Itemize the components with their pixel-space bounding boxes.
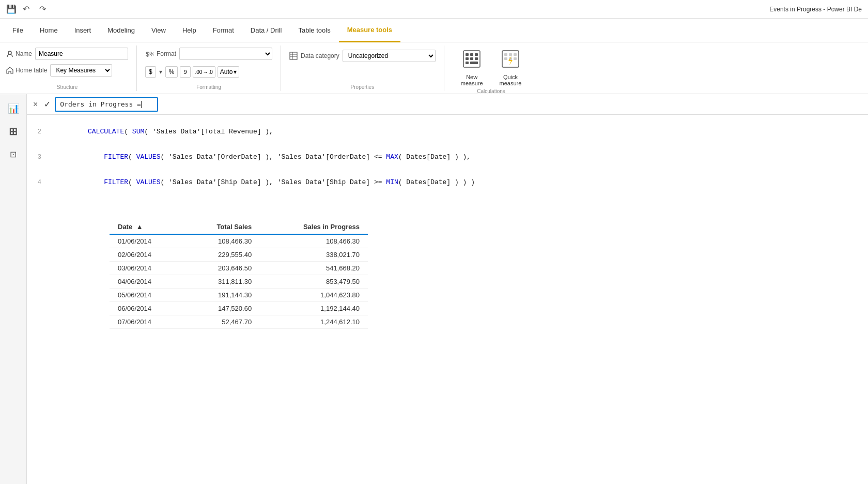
filter1-paren: ( [128, 153, 136, 161]
save-icon[interactable]: 💾 [6, 4, 17, 14]
line-num-2: 2 [27, 128, 48, 135]
ribbon-calculations-group: Newmeasure Quickmeasure [453, 46, 530, 91]
name-input[interactable] [35, 48, 128, 60]
svg-rect-16 [504, 53, 507, 56]
menu-table-tools[interactable]: Table tools [290, 19, 338, 42]
date-cell: 05/06/2014 [110, 289, 184, 302]
sidebar-chart-small[interactable]: ⊡ [3, 144, 24, 164]
total-sales-cell: 203,646.50 [184, 262, 260, 275]
formula-confirm-button[interactable]: ✓ [42, 97, 53, 111]
sum-keyword: SUM [132, 128, 144, 135]
sidebar-table[interactable]: ⊞ [3, 121, 24, 142]
home-icon [6, 67, 13, 74]
new-measure-label: Newmeasure [461, 74, 483, 86]
menu-view[interactable]: View [143, 19, 174, 42]
svg-rect-19 [504, 57, 507, 60]
data-category-row: Data category Uncategorized [289, 50, 436, 62]
sales-in-progress-cell: 853,479.50 [260, 275, 368, 289]
svg-rect-11 [470, 57, 473, 60]
home-table-select[interactable]: Key Measures [50, 64, 112, 77]
formula-input[interactable]: Orders in Progress = [55, 97, 158, 112]
total-sales-header-label: Total Sales [216, 223, 252, 231]
formula-cursor [141, 101, 142, 108]
svg-text:$%: $% [146, 50, 153, 58]
quick-measure-label: Quickmeasure [500, 74, 522, 86]
sales-in-progress-cell: 108,466.30 [260, 234, 368, 248]
code-line-4-text: FILTER( VALUES( 'Sales Data'[Ship Date] … [48, 171, 475, 194]
home-table-row: Home table Key Measures [6, 64, 112, 77]
format-select[interactable] [179, 48, 272, 60]
date-cell: 01/06/2014 [110, 234, 184, 248]
svg-point-0 [8, 51, 11, 54]
data-category-icon [289, 52, 298, 60]
name-icon [6, 50, 13, 57]
code-2-rest2: ( 'Sales Data'[Total Revenue] ), [144, 128, 273, 135]
table-row: 02/06/2014 229,555.40 338,021.70 [110, 248, 368, 262]
formula-cancel-button[interactable]: × [31, 98, 40, 111]
calculate-keyword: CALCULATE [88, 128, 124, 135]
menu-file[interactable]: File [4, 19, 32, 42]
main-area: 📊 ⊞ ⊡ × ✓ Orders in Progress = 2 CALCULA… [0, 94, 868, 484]
total-sales-cell: 108,466.30 [184, 234, 260, 248]
undo-icon[interactable]: ↶ [23, 4, 33, 14]
menu-help[interactable]: Help [174, 19, 205, 42]
menu-measure-tools[interactable]: Measure tools [339, 19, 400, 42]
sales-in-progress-column-header[interactable]: Sales in Progress [260, 220, 368, 234]
new-measure-button[interactable]: Newmeasure [457, 48, 487, 88]
total-sales-column-header[interactable]: Total Sales [184, 220, 260, 234]
date-cell: 03/06/2014 [110, 262, 184, 275]
max-keyword: MAX [386, 153, 398, 161]
title-bar-left: 💾 ↶ ↷ [6, 4, 50, 14]
formatting-content: $% Format $ ▾ % 9 .00→.0 Auto ▾ [145, 46, 272, 84]
sales-in-progress-header-label: Sales in Progress [303, 223, 360, 231]
svg-rect-10 [466, 57, 469, 60]
dollar-button[interactable]: $ [145, 66, 156, 78]
sort-arrow-icon: ▲ [136, 223, 143, 231]
date-header-label: Date [118, 223, 132, 231]
filter-keyword-2: FILTER [104, 178, 128, 186]
format-dollar-icon: $% [145, 50, 153, 58]
total-sales-cell: 229,555.40 [184, 248, 260, 262]
formula-row: × ✓ Orders in Progress = [27, 94, 868, 115]
name-row: Name [6, 48, 128, 60]
svg-rect-13 [466, 62, 469, 64]
redo-icon[interactable]: ↷ [39, 4, 50, 14]
auto-dropdown[interactable]: Auto ▾ [218, 66, 240, 78]
line-num-3: 3 [27, 154, 48, 161]
sidebar-chart-bar[interactable]: 📊 [3, 98, 24, 119]
name-label: Name [6, 50, 32, 57]
menu-data-drill[interactable]: Data / Drill [242, 19, 290, 42]
menu-home[interactable]: Home [32, 19, 66, 42]
menu-modeling[interactable]: Modeling [99, 19, 143, 42]
content-area: × ✓ Orders in Progress = 2 CALCULATE( SU… [27, 94, 868, 484]
app-title: Events in Progress - Power BI De [769, 6, 862, 13]
svg-rect-2 [290, 52, 297, 59]
table-row: 01/06/2014 108,466.30 108,466.30 [110, 234, 368, 248]
data-category-select[interactable]: Uncategorized [343, 50, 436, 62]
table-header-row: Date ▲ Total Sales Sales in Progress [110, 220, 368, 234]
dollar-dropdown-arrow[interactable]: ▾ [159, 68, 162, 75]
quick-measure-button[interactable]: Quickmeasure [495, 48, 526, 88]
code-line-3-text: FILTER( VALUES( 'Sales Data'[OrderDate] … [48, 145, 471, 169]
svg-rect-21 [514, 57, 517, 60]
svg-rect-12 [475, 57, 478, 60]
svg-marker-22 [508, 56, 513, 65]
values-keyword-2: VALUES [136, 178, 161, 186]
code-2-rest: ( [124, 128, 132, 135]
svg-rect-7 [466, 53, 469, 56]
table-row: 06/06/2014 147,520.60 1,192,144.40 [110, 302, 368, 315]
menu-insert[interactable]: Insert [66, 19, 100, 42]
percent-button[interactable]: % [165, 66, 178, 78]
left-sidebar: 📊 ⊞ ⊡ [0, 94, 27, 484]
format-buttons-row: $ ▾ % 9 .00→.0 Auto ▾ [145, 66, 239, 78]
data-category-label-text: Data category [301, 52, 339, 59]
table-row: 05/06/2014 191,144.30 1,044,623.80 [110, 289, 368, 302]
menu-format[interactable]: Format [205, 19, 242, 42]
date-column-header[interactable]: Date ▲ [110, 220, 184, 234]
sales-in-progress-cell: 1,244,612.10 [260, 315, 368, 329]
comma-button[interactable]: 9 [180, 66, 190, 78]
ribbon-properties-group: Data category Uncategorized Properties [289, 46, 444, 91]
dec-button[interactable]: .00→.0 [193, 66, 215, 78]
table-row: 04/06/2014 311,811.30 853,479.50 [110, 275, 368, 289]
formatting-group-label: Formatting [145, 84, 272, 91]
